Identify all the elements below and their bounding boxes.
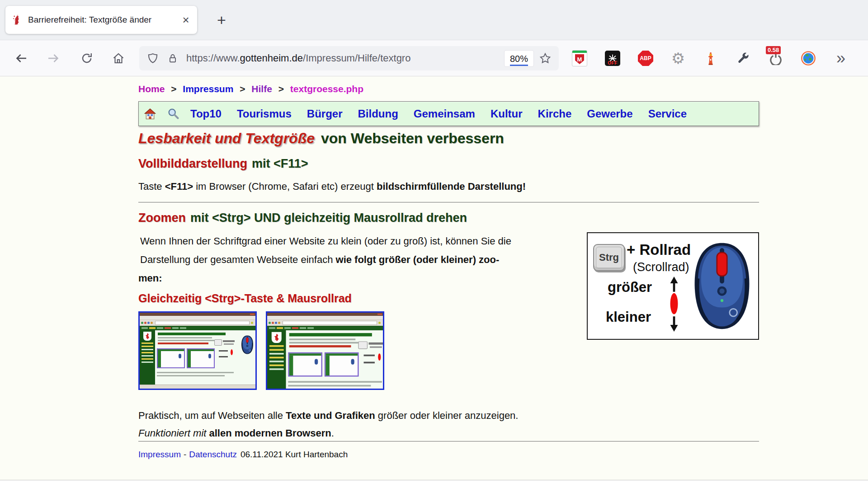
divider [138,441,759,441]
breadcrumb: Home > Impressum > Hilfe > textgroesse.p… [138,84,363,94]
new-tab-button[interactable]: + [211,9,232,31]
url-fade [462,46,503,70]
kleiner-label: kleiner [606,309,651,325]
nav-item-kultur[interactable]: Kultur [491,108,523,120]
page-title: Lesbarkeit und Textgrößevon Webseiten ve… [138,130,504,147]
forward-button[interactable] [43,48,64,69]
divider [138,202,759,202]
lock-icon[interactable] [163,48,183,68]
adblock-plus-extension-icon[interactable]: ABP [635,47,656,69]
url-text[interactable]: https://www.gottenheim.de/Impressum/Hilf… [186,46,503,70]
tracking-shield-icon[interactable] [143,48,163,68]
closing-paragraph-line1: Praktisch, um auf Webseiten alle Texte u… [138,410,518,422]
below-window-area [0,480,868,488]
fullscreen-paragraph: Taste <F11> im Browser (Chrome, Safari e… [138,181,526,192]
groesser-label: größer [608,279,652,296]
strg-rollrad-figure: Strg + Rollrad (Scrollrad) größer kleine… [587,232,759,340]
scroll-direction-arrows [668,277,680,332]
breadcrumb-hilfe-link[interactable]: Hilfe [251,84,272,94]
site-menu-bar: Top10 Tourismus Bürger Bildung Gemeinsam… [138,101,759,126]
screenshot-thumbnail-1 [138,311,257,390]
gear-extension-icon[interactable]: ⚙ [667,47,689,69]
fullscreen-section-heading: Vollbilddarstellungmit <F11> [138,157,308,171]
zoom-paragraph-line3: men: [138,272,162,284]
nav-item-gewerbe[interactable]: Gewerbe [587,108,632,120]
breadcrumb-home-link[interactable]: Home [138,84,165,94]
strg-key-graphic: Strg [593,244,625,271]
browser-tab[interactable]: Barrierefreiheit: Textgröße änder × [5,6,197,34]
plus-rollrad-label: + Rollrad [627,241,691,258]
bookmark-star-icon[interactable] [535,48,555,68]
breadcrumb-impressum-link[interactable]: Impressum [183,84,233,94]
extension-counter-badge: 0.58 [766,46,781,54]
footer-date-author: 06.11.2021 Kurt Hartenbach [241,450,348,459]
back-button[interactable] [11,48,32,69]
zoom-paragraph-line1: Wenn Ihnen der Schriftgrad einer Website… [140,235,511,247]
scriptsafe-extension-icon[interactable]: OFF [602,47,623,69]
breadcrumb-current-page: textgroesse.php [290,84,363,94]
home-house-icon[interactable] [143,107,157,121]
page-content: Home > Impressum > Hilfe > textgroesse.p… [0,76,868,480]
search-icon[interactable] [167,107,180,121]
site-favicon-lion-icon [11,14,23,26]
nav-item-tourismus[interactable]: Tourismus [237,108,292,120]
zoom-section-heading: Zoomenmit <Strg> UND gleichzeitig Mausro… [138,211,467,225]
url-bar[interactable]: https://www.gottenheim.de/Impressum/Hilf… [139,46,559,70]
navigation-toolbar: https://www.gottenheim.de/Impressum/Hilf… [0,40,868,76]
power-extension-icon[interactable]: 0.58 [765,47,787,69]
zoom-level-button[interactable]: 80% [505,51,533,66]
scrollrad-label: (Scrollrad) [633,260,689,274]
wrench-extension-icon[interactable] [732,47,754,69]
overflow-menu-chevron-icon[interactable]: » [830,47,852,69]
reload-button[interactable] [76,48,97,69]
strg-mausrollrad-subheading: Gleichzeitig <Strg>-Taste & Mausrollrad [138,292,352,305]
impressum-link[interactable]: Impressum [138,450,181,459]
nav-item-top10[interactable]: Top10 [190,108,222,120]
nav-item-bildung[interactable]: Bildung [358,108,398,120]
lighthouse-extension-icon[interactable] [700,47,722,69]
mouse-graphic [690,237,754,335]
tab-strip: Barrierefreiheit: Textgröße änder × + [0,0,868,40]
nav-item-gemeinsam[interactable]: Gemeinsam [414,108,475,120]
globe-extension-icon[interactable] [797,47,819,69]
page-footer: Impressum-Datenschutz06.11.2021 Kurt Har… [138,450,348,460]
home-button[interactable] [108,48,129,69]
tab-title-fade [153,9,176,31]
nav-item-kirche[interactable]: Kirche [538,108,572,120]
closing-paragraph-line2: Funktioniert mit allen modernen Browsern… [138,427,334,439]
nav-item-buerger[interactable]: Bürger [307,108,343,120]
tab-close-icon[interactable]: × [178,12,193,28]
screenshot-thumbnail-2 [266,311,384,390]
nav-item-service[interactable]: Service [648,108,687,120]
datenschutz-link[interactable]: Datenschutz [189,450,237,459]
zoom-paragraph-line2: Darstellung der gesamten Webseite einfac… [140,254,499,266]
webadvisor-extension-icon[interactable]: M [569,47,590,69]
